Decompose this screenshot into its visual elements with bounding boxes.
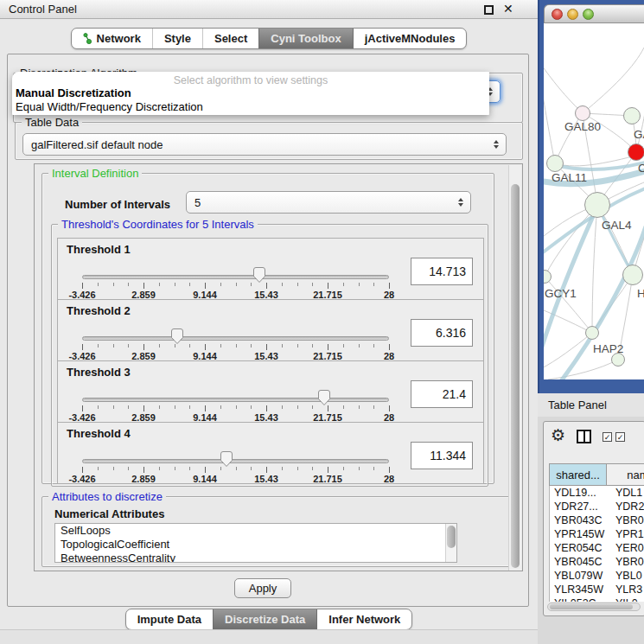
column-header-name[interactable]: name	[607, 464, 644, 485]
network-window-titlebar[interactable]	[544, 4, 644, 23]
node-table: shared... name YDL19...YDL1YDR27...YDR2Y…	[549, 463, 644, 602]
table-row[interactable]: YLR345WYLR3	[550, 583, 644, 596]
tick-mark	[189, 467, 190, 470]
table-horizontal-scrollbar[interactable]	[547, 603, 641, 611]
tab-jactivemnodules[interactable]: jActiveMNodules	[353, 29, 467, 48]
network-node-h[interactable]	[622, 265, 643, 285]
table-row[interactable]: YDL19...YDL1	[550, 486, 644, 500]
threshold-value-field[interactable]: 21.4	[411, 380, 473, 408]
checkbox-icon[interactable]: ✓	[603, 432, 612, 442]
scrollbar-thumb[interactable]	[447, 526, 456, 548]
table-row[interactable]: YDR27...YDR2	[550, 500, 644, 513]
network-node-gal80[interactable]	[575, 105, 590, 121]
top-tabbar: NetworkStyleSelectCyni ToolboxjActiveMNo…	[0, 28, 538, 49]
zoom-traffic-light-icon[interactable]	[583, 9, 594, 20]
tick-mark	[98, 467, 99, 470]
network-canvas[interactable]: GAL80GACGAL11GAL4GCY1HHAP2	[544, 23, 644, 379]
tab-label: Cyni Toolbox	[271, 32, 341, 45]
tab-cyni-toolbox[interactable]: Cyni Toolbox	[258, 29, 352, 48]
table-row[interactable]: YBR045CYBR0	[550, 555, 644, 569]
menu-item-equal-width-frequency-discretization[interactable]: Equal Width/Frequency Discretization	[16, 100, 486, 114]
table-row[interactable]: YER054CYER0	[550, 541, 644, 555]
tab-impute-data[interactable]: Impute Data	[126, 609, 213, 629]
control-panel-titlebar: Control Panel ✕	[0, 0, 538, 19]
network-node[interactable]	[611, 353, 625, 367]
threshold-slider[interactable]: -3.4262.8599.14415.4321.71528	[58, 384, 404, 424]
list-item-betweennesscentrality[interactable]: BetweennessCentrality	[55, 552, 456, 563]
interval-definition-title: Interval Definition	[48, 167, 142, 180]
table-panel: ⚙ ✓ ✓ shared... name YDL19...YDL1YDR27..…	[543, 421, 644, 616]
tick-label: 28	[384, 474, 394, 484]
network-node-gal11[interactable]	[546, 155, 564, 172]
tick-mark	[282, 283, 283, 286]
table-data-title: Table Data	[22, 116, 82, 129]
tick-mark	[328, 467, 328, 473]
tick-mark	[266, 405, 267, 411]
table-row[interactable]: YIL052CYIL0	[550, 596, 644, 602]
table-data-combo[interactable]: galFiltered.sif default node	[22, 133, 507, 156]
checkbox-icon[interactable]: ✓	[615, 432, 625, 442]
tick-mark	[189, 405, 190, 409]
slider-handle[interactable]	[170, 328, 184, 345]
cell-name: YBR0	[607, 555, 644, 569]
tick-mark	[82, 344, 83, 350]
tab-discretize-data[interactable]: Discretize Data	[213, 609, 316, 629]
tab-select[interactable]: Select	[202, 29, 258, 48]
cell-name: YBR0	[607, 513, 644, 527]
tick-mark	[328, 344, 328, 350]
slider-handle[interactable]	[252, 266, 266, 284]
list-item-topologicalcoefficient[interactable]: TopologicalCoefficient	[55, 538, 456, 552]
network-node-gal4[interactable]	[584, 192, 610, 218]
menu-item-manual-discretization[interactable]: Manual Discretization	[16, 86, 486, 100]
table-row[interactable]: YBL079WYBL0	[550, 569, 644, 583]
table-row[interactable]: YBR043CYBR0	[550, 513, 644, 527]
float-window-icon[interactable]	[484, 5, 494, 15]
gear-icon[interactable]: ⚙	[551, 425, 565, 445]
network-node-ga[interactable]	[623, 107, 641, 124]
slider-handle[interactable]	[317, 389, 331, 406]
threshold-slider[interactable]: -3.4262.8599.14415.4321.71528	[58, 322, 404, 362]
numerical-attributes-list[interactable]: SelfLoopsTopologicalCoefficientBetweenne…	[54, 523, 457, 563]
table-data-value: galFiltered.sif default node	[31, 138, 163, 151]
tick-mark	[312, 467, 313, 470]
threshold-slider[interactable]: -3.4262.8599.14415.4321.71528	[58, 261, 404, 301]
attributes-scrollbar[interactable]	[445, 524, 456, 562]
column-header-shared-name[interactable]: shared...	[550, 464, 607, 485]
tick-mark	[389, 344, 390, 350]
list-item-selfloops[interactable]: SelfLoops	[55, 524, 456, 538]
tab-label: Discretize Data	[225, 613, 305, 626]
network-node-c[interactable]	[628, 143, 644, 161]
tick-mark	[143, 467, 144, 473]
scrollbar-thumb[interactable]	[550, 604, 633, 609]
network-node-hap2[interactable]	[585, 326, 599, 340]
tick-mark	[205, 405, 206, 411]
scrollbar-thumb[interactable]	[511, 184, 520, 568]
tab-style[interactable]: Style	[152, 29, 202, 48]
threshold-value-field[interactable]: 11.344	[411, 442, 473, 469]
close-traffic-light-icon[interactable]	[552, 9, 563, 20]
tick-mark	[373, 467, 374, 470]
tick-mark	[282, 344, 283, 348]
tick-mark	[389, 467, 390, 473]
settings-scrollbar[interactable]	[508, 165, 521, 571]
slider-handle[interactable]	[220, 450, 233, 468]
cell-shared-name: YER054C	[550, 541, 607, 555]
tick-mark	[282, 467, 283, 470]
tab-infer-network[interactable]: Infer Network	[316, 609, 411, 629]
cell-shared-name: YIL052C	[550, 596, 607, 602]
tick-mark	[175, 405, 175, 409]
threshold-slider[interactable]: -3.4262.8599.14415.4321.71528	[58, 445, 404, 485]
number-of-intervals-combo[interactable]: 5	[186, 191, 471, 214]
thresholds-container: Threshold 1-3.4262.8599.14415.4321.71528…	[57, 239, 484, 484]
table-row[interactable]: YPR145WYPR1	[550, 527, 644, 541]
tick-mark	[389, 405, 390, 411]
threshold-panel-threshold-2: Threshold 2-3.4262.8599.14415.4321.71528…	[57, 299, 484, 361]
minimize-traffic-light-icon[interactable]	[567, 9, 578, 20]
threshold-value-field[interactable]: 6.316	[411, 319, 473, 347]
apply-button[interactable]: Apply	[234, 578, 291, 598]
tab-network[interactable]: Network	[72, 29, 152, 48]
close-icon[interactable]: ✕	[503, 2, 513, 16]
split-columns-icon[interactable]	[577, 430, 591, 443]
algorithm-dropdown: Select algorithm to view settings Manual…	[12, 72, 489, 115]
threshold-value-field[interactable]: 14.713	[411, 258, 473, 285]
